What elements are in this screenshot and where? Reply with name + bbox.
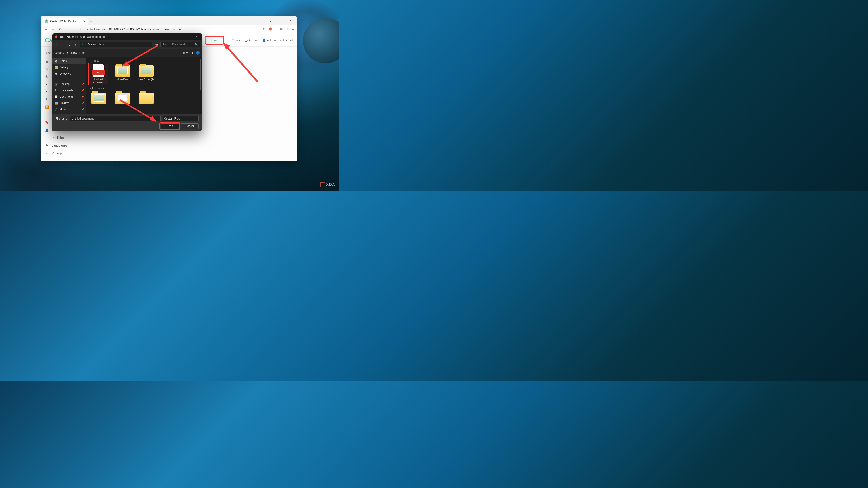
chevron-right-icon: › <box>103 43 104 46</box>
new-tab-button[interactable]: ＋ <box>88 19 94 25</box>
file-item-folder[interactable]: VirtualBox <box>113 64 132 84</box>
not-secure-indicator[interactable]: ▲ Not secure <box>86 28 105 31</box>
organize-button[interactable]: Organize ▾ <box>55 51 68 55</box>
group-header-lastweek[interactable]: ⌄Last week <box>89 86 199 91</box>
window-maximize-button[interactable]: ▢ <box>283 19 285 22</box>
admin-label: Admin <box>249 38 258 42</box>
pin-icon: 📌 <box>81 96 84 98</box>
file-type-filter[interactable]: Custom Files ⌄ <box>162 116 199 121</box>
nav-reload-button[interactable]: ⟳ <box>58 27 63 31</box>
pin-icon: 📌 <box>81 89 84 92</box>
browser-toolbar: ← → ⟳ ☐ ▲ Not secure 192.168.29.140:8083… <box>41 25 297 34</box>
file-item-folder[interactable] <box>136 91 156 105</box>
list-icon: ☰ <box>228 38 231 42</box>
dialog-nav-pane[interactable]: 🏠Home🖼️Gallery☁️OneDrive🖥️Desktop📌⬇Downl… <box>53 57 86 114</box>
xda-watermark: ] XDA <box>320 182 335 187</box>
bookmark-icon[interactable]: ☐ <box>79 27 84 31</box>
brave-icon <box>55 35 58 38</box>
file-item-pdf[interactable]: Untitled document <box>89 64 108 84</box>
tab-favicon: C <box>45 20 49 23</box>
chevron-down-icon[interactable]: ⌄ <box>269 19 272 22</box>
help-button[interactable]: ? <box>196 51 199 55</box>
nav-item-pictures[interactable]: 🖼️Pictures📌 <box>53 100 86 106</box>
search-placeholder: Search Downloads <box>162 43 186 46</box>
browser-tab-active[interactable]: C Calibre-Web | Books ✕ <box>42 18 88 25</box>
nav-forward-button[interactable]: → <box>51 27 56 31</box>
logout-link[interactable]: ⎋ Logout <box>280 38 293 42</box>
dialog-titlebar: 192.168.29.140:8083 wants to open ✕ <box>53 33 202 40</box>
book-icon: ▤ <box>45 59 49 63</box>
dialog-refresh-button[interactable]: ⟳ <box>154 43 159 46</box>
tab-close-button[interactable]: ✕ <box>83 20 86 23</box>
sidebar-item-languages[interactable]: ⚑Languages <box>45 142 81 149</box>
dialog-close-button[interactable]: ✕ <box>193 34 199 39</box>
chevron-down-icon[interactable]: ⌄ <box>148 43 150 46</box>
file-item-folder[interactable] <box>89 91 108 105</box>
media-icon[interactable]: ♫ <box>286 27 289 31</box>
dialog-path-bar[interactable]: ⬇ › Downloads › ⌄ <box>80 41 152 47</box>
address-bar[interactable]: ▲ Not secure 192.168.29.140:8083/?data=r… <box>86 28 260 31</box>
tasks-link[interactable]: ☰ Tasks <box>228 38 240 42</box>
nav-item-gallery[interactable]: 🖼️Gallery <box>53 64 86 70</box>
dialog-file-list[interactable]: ⌄Today Untitled documentVirtualBoxNew fo… <box>86 57 202 114</box>
view-mode-button[interactable]: ▦ ▾ <box>183 51 188 55</box>
browser-window: C Calibre-Web | Books ✕ ＋ ⌄ — ▢ ✕ ← → ⟳ … <box>41 16 297 161</box>
open-button[interactable]: Open <box>161 123 179 129</box>
star-outline-icon: ☆ <box>45 151 49 155</box>
extensions-icon[interactable]: ⾞ <box>280 27 283 31</box>
group-header-today[interactable]: ⌄Today <box>89 58 199 64</box>
window-minimize-button[interactable]: — <box>276 19 279 22</box>
sidebar-label: Publishers <box>52 136 66 140</box>
flag-icon: ⚑ <box>45 144 49 147</box>
person-icon: 👤 <box>45 128 49 132</box>
nav-item-onedrive[interactable]: ☁️OneDrive <box>53 70 86 77</box>
nav-item-label: Home <box>60 59 67 63</box>
upload-button[interactable]: Upload <box>206 37 223 44</box>
nav-back-button[interactable]: ← <box>44 27 49 31</box>
file-name-label: File name: <box>56 117 68 120</box>
path-segment[interactable]: Downloads <box>88 43 101 46</box>
dialog-forward-button[interactable]: → <box>61 43 66 46</box>
window-close-button[interactable]: ✕ <box>289 19 292 22</box>
nav-item-documents[interactable]: 📄Documents📌 <box>53 94 86 100</box>
admin-link[interactable]: ⏻ Admin <box>244 38 258 42</box>
scrollbar-thumb[interactable] <box>200 59 202 90</box>
sidebar-item-publishers[interactable]: ŦPublishers <box>45 134 81 142</box>
nav-item-label: Pictures <box>60 101 69 105</box>
logout-label: Logout <box>283 38 293 42</box>
user-link[interactable]: 👤 admin <box>262 38 276 42</box>
folder-icon <box>139 65 154 76</box>
dialog-search-input[interactable]: Search Downloads 🔍 <box>160 41 200 47</box>
nav-item-downloads[interactable]: ⬇Downloads📌 <box>53 87 86 94</box>
dialog-main: 🏠Home🖼️Gallery☁️OneDrive🖥️Desktop📌⬇Downl… <box>53 57 202 114</box>
power-icon: ⏻ <box>244 38 248 42</box>
file-name-label: VirtualBox <box>117 78 128 81</box>
nav-item-home[interactable]: 🏠Home <box>53 58 86 64</box>
cancel-button[interactable]: Cancel <box>181 123 199 129</box>
user-label: admin <box>267 38 276 42</box>
file-name-input[interactable] <box>70 116 161 121</box>
chevron-down-icon: ⌄ <box>89 59 91 62</box>
dialog-back-button[interactable]: ← <box>54 43 59 46</box>
nav-item-icon: 🏠 <box>55 60 58 63</box>
dialog-up-button[interactable]: ↑ <box>73 43 78 46</box>
nav-item-music[interactable]: 🎵Music📌 <box>53 106 86 112</box>
file-item-folder[interactable]: New folder (2) <box>136 64 156 84</box>
new-folder-button[interactable]: New folder <box>71 51 85 55</box>
brave-shields-icon[interactable] <box>269 27 272 32</box>
nav-item-icon: 🖥️ <box>55 83 58 86</box>
url-text: 192.168.29.140:8083/?data=root&sort_para… <box>107 28 182 31</box>
nav-item-desktop[interactable]: 🖥️Desktop📌 <box>53 81 86 87</box>
menu-icon[interactable]: ≡ <box>292 27 294 31</box>
star-icon: ★ <box>45 82 49 86</box>
dialog-title: 192.168.29.140:8083 wants to open <box>60 35 105 38</box>
warning-icon: ▲ <box>86 28 89 31</box>
preview-pane-button[interactable]: ◨ <box>191 51 193 55</box>
file-open-dialog: 192.168.29.140:8083 wants to open ✕ ← → … <box>53 33 202 131</box>
file-item-folder[interactable] <box>113 91 132 105</box>
sidebar-item-ratings[interactable]: ☆Ratings <box>45 149 81 157</box>
dialog-footer: File name: Custom Files ⌄ Open Cancel <box>53 114 202 131</box>
folder-icon <box>115 93 130 104</box>
share-icon[interactable]: ⇪ <box>262 27 266 31</box>
dialog-recent-button[interactable]: ⌄ <box>67 43 72 46</box>
